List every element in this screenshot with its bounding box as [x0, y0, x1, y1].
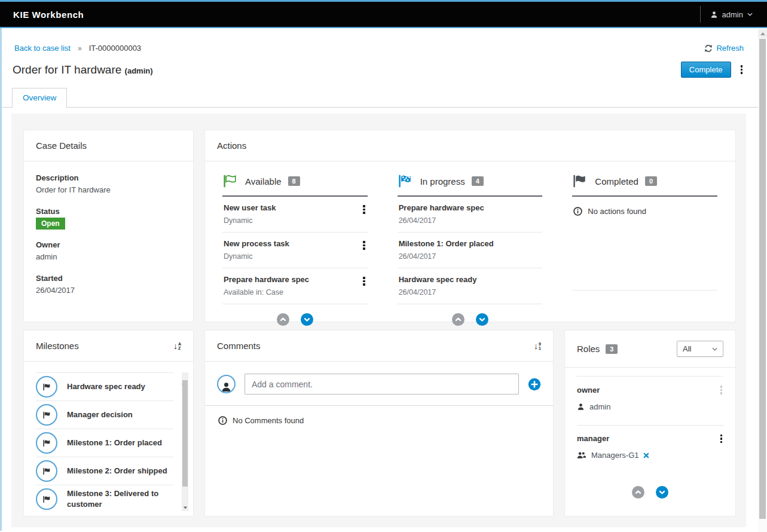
- comments-panel: Comments ↓ 91: [204, 330, 554, 516]
- milestone-flag-icon: [36, 460, 57, 482]
- milestone-item[interactable]: Manager decision: [36, 401, 173, 429]
- tab-overview[interactable]: Overview: [12, 88, 67, 108]
- actions-column-completed: Completed 0 No actions found: [572, 166, 717, 326]
- page-down-button[interactable]: [301, 313, 313, 326]
- milestones-panel: Milestones ↓ AZ Hardware spec ready: [23, 330, 194, 516]
- started-value: 26/04/2017: [36, 286, 181, 295]
- sort-alpha-icon[interactable]: ↓ AZ: [173, 341, 181, 351]
- roles-count-badge: 3: [606, 344, 618, 354]
- breadcrumb-current-case-id: IT-0000000003: [89, 44, 141, 53]
- milestones-scrollbar[interactable]: [182, 372, 188, 511]
- action-item[interactable]: Prepare hardware spec 26/04/2017: [398, 197, 543, 233]
- started-label: Started: [36, 274, 181, 283]
- role-kebab-icon[interactable]: [719, 384, 724, 396]
- navbar: KIE Workbench admin: [0, 2, 767, 28]
- milestone-item[interactable]: Milestone 3: Delivered to customer: [36, 485, 173, 511]
- group-icon: [577, 451, 586, 459]
- milestone-flag-icon: [36, 376, 57, 398]
- no-actions-message: No actions found: [588, 207, 646, 216]
- add-comment-button[interactable]: [528, 378, 541, 391]
- completed-column-title: Completed: [595, 176, 638, 186]
- remove-assignment-icon[interactable]: [643, 452, 649, 458]
- breadcrumb: Back to case list » IT-0000000003: [14, 44, 141, 53]
- refresh-icon: [704, 44, 713, 53]
- flag-checkered-icon: [398, 175, 414, 188]
- comment-input[interactable]: [245, 374, 519, 395]
- case-details-title: Case Details: [36, 140, 87, 151]
- action-item-kebab-icon[interactable]: [362, 276, 366, 287]
- role-item: owner admin: [577, 376, 723, 425]
- page-up-button[interactable]: [452, 313, 465, 326]
- page-title-owner: (admin): [125, 66, 153, 75]
- case-kebab-menu-icon[interactable]: [740, 64, 744, 75]
- milestone-flag-icon: [36, 404, 57, 426]
- role-kebab-icon[interactable]: [719, 433, 724, 445]
- roles-title: Roles: [577, 344, 600, 354]
- action-item[interactable]: New user task Dynamic: [222, 197, 368, 233]
- sort-numeric-icon[interactable]: ↓ 91: [534, 341, 541, 351]
- action-item[interactable]: New process task Dynamic: [222, 233, 368, 268]
- role-assignee: admin: [589, 402, 610, 411]
- completed-count-badge: 0: [645, 176, 657, 186]
- in-progress-count-badge: 4: [472, 176, 484, 186]
- page-up-button[interactable]: [277, 313, 289, 326]
- actions-title: Actions: [217, 140, 246, 151]
- no-comments-message: No Comments found: [233, 416, 304, 425]
- info-circle-icon: [218, 416, 227, 425]
- milestone-item[interactable]: Hardware spec ready: [36, 373, 173, 401]
- scrollbar-up-arrow[interactable]: [758, 29, 767, 38]
- roles-panel: Roles 3 All owner: [564, 330, 736, 516]
- info-circle-icon: [573, 207, 582, 216]
- chevron-down-icon: [712, 347, 717, 351]
- page-title: Order for IT hardware (admin): [13, 63, 153, 77]
- page-scrollbar[interactable]: [758, 29, 767, 532]
- chevron-down-icon: [747, 13, 753, 16]
- description-label: Description: [36, 173, 181, 182]
- page-up-button[interactable]: [632, 486, 644, 499]
- comments-title: Comments: [217, 341, 261, 351]
- breadcrumb-separator: »: [78, 44, 82, 53]
- actions-panel: Actions Available 8: [204, 130, 736, 322]
- roles-filter-select[interactable]: All: [677, 341, 723, 357]
- milestones-scrollbar-thumb[interactable]: [182, 380, 188, 487]
- app-logo: KIE Workbench: [13, 10, 84, 20]
- case-details-panel: Case Details Description Order for IT ha…: [23, 130, 194, 322]
- description-value: Order for IT hardware: [36, 185, 181, 194]
- tab-strip: Overview: [2, 87, 758, 108]
- action-item-kebab-icon[interactable]: [362, 204, 366, 215]
- complete-button[interactable]: Complete: [681, 62, 731, 78]
- status-badge: Open: [36, 218, 65, 230]
- action-item[interactable]: Milestone 1: Order placed 26/04/2017: [398, 233, 543, 268]
- action-item[interactable]: Hardware spec ready 26/04/2017: [398, 268, 543, 304]
- milestones-title: Milestones: [36, 341, 79, 351]
- action-item[interactable]: Prepare hardware spec Available in: Case: [222, 268, 368, 304]
- refresh-button[interactable]: Refresh: [704, 44, 744, 53]
- scrollbar-thumb[interactable]: [759, 39, 766, 519]
- status-label: Status: [36, 207, 181, 216]
- flag-solid-icon: [572, 175, 588, 188]
- main-content: Case Details Description Order for IT ha…: [11, 114, 746, 527]
- user-menu[interactable]: admin: [700, 6, 759, 23]
- actions-column-in-progress: In progress 4 Prepare hardware spec 26/0…: [398, 166, 543, 326]
- page-container: Back to case list » IT-0000000003 Refres…: [0, 28, 758, 531]
- in-progress-column-title: In progress: [420, 176, 465, 186]
- available-count-badge: 8: [288, 176, 300, 186]
- role-item: manager Managers-G1: [577, 425, 723, 474]
- actions-column-available: Available 8 New user task Dynamic New pr…: [222, 166, 368, 326]
- action-item-kebab-icon[interactable]: [362, 240, 366, 251]
- page-down-button[interactable]: [476, 313, 488, 326]
- role-assignee: Managers-G1: [591, 451, 638, 460]
- available-column-title: Available: [245, 176, 282, 186]
- comment-avatar-icon: [217, 375, 236, 393]
- milestone-item[interactable]: Milestone 1: Order placed: [36, 429, 173, 457]
- user-icon: [577, 403, 585, 411]
- user-name: admin: [722, 10, 743, 19]
- refresh-label: Refresh: [716, 44, 744, 53]
- milestone-item[interactable]: Milestone 2: Order shipped: [36, 457, 173, 485]
- page-down-button[interactable]: [656, 486, 668, 499]
- back-to-case-list-link[interactable]: Back to case list: [14, 44, 71, 53]
- flag-outline-icon: [222, 175, 239, 188]
- user-icon: [710, 11, 718, 19]
- milestone-flag-icon: [36, 432, 57, 454]
- owner-value: admin: [36, 252, 181, 261]
